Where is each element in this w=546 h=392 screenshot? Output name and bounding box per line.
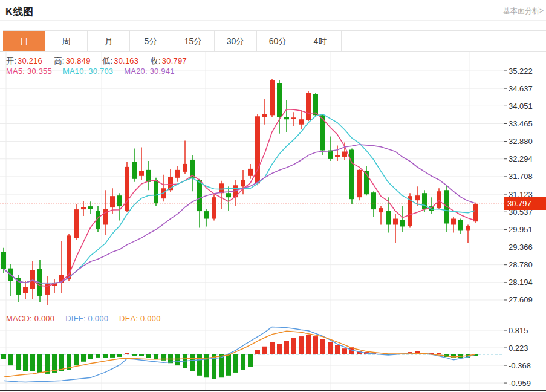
price-axis-label: 32.294 [509, 154, 533, 163]
macd-axis-label: -0.368 [509, 361, 531, 370]
tab-m5[interactable]: 5分 [130, 31, 172, 51]
macd-axis-label: -0.959 [509, 379, 531, 388]
open-label: 开: [6, 56, 16, 65]
macd-legend-item-dea: DEA: 0.000 [119, 314, 161, 323]
page-title: K线图 [5, 5, 33, 19]
ma-legend: MA5: 30.355MA10: 30.703MA20: 30.941 [6, 67, 186, 76]
price-axis-label: 34.637 [509, 84, 533, 93]
high-value: 30.849 [66, 56, 91, 65]
period-tabbar: 日周月5分15分30分60分4时 [3, 30, 546, 52]
macd-legend-item-diff: DIFF: 0.000 [65, 314, 108, 323]
macd-legend: MACD: 0.000DIFF: 0.000DEA: 0.000 [6, 314, 172, 323]
tab-week[interactable]: 周 [45, 31, 88, 51]
header-divider [0, 20, 546, 21]
tab-h4[interactable]: 4时 [299, 31, 342, 51]
ma-legend-item-ma5: MA5: 30.355 [6, 67, 52, 76]
price-axis-label: 28.780 [509, 260, 533, 269]
ma-legend-item-ma20: MA20: 30.941 [124, 67, 174, 76]
macd-legend-item-macd: MACD: 0.000 [6, 314, 54, 323]
tab-m60[interactable]: 60分 [257, 31, 299, 51]
macd-axis-label: 0.815 [509, 326, 528, 335]
open-value: 30.216 [18, 56, 42, 65]
price-axis-label: 34.051 [509, 102, 533, 111]
price-axis-label: 35.222 [509, 67, 533, 76]
tab-m15[interactable]: 15分 [172, 31, 215, 51]
price-axis-label: 32.880 [509, 137, 533, 146]
high-label: 高: [54, 56, 65, 65]
low-value: 30.163 [114, 56, 138, 65]
ohlc-legend: 开:30.216 高:30.849 低:30.163 收:30.797 [6, 56, 197, 67]
price-axis-label: 28.194 [509, 278, 533, 287]
low-label: 低: [102, 56, 112, 65]
close-value: 30.797 [162, 56, 187, 65]
price-axis-label: 29.366 [509, 243, 533, 252]
tab-day[interactable]: 日 [3, 31, 45, 51]
macd-axis-label: 0.223 [509, 344, 528, 353]
current-price-badge: 30.797 [504, 197, 546, 210]
ma-legend-item-ma10: MA10: 30.703 [63, 67, 113, 76]
price-axis-label: 27.609 [509, 295, 533, 304]
fundamental-analysis-link[interactable]: 基本面分析> [503, 6, 544, 16]
close-label: 收: [151, 56, 161, 65]
tab-month[interactable]: 月 [88, 31, 130, 51]
price-axis-label: 29.951 [509, 225, 533, 234]
price-axis-label: 33.465 [509, 119, 533, 128]
price-axis-label: 31.708 [509, 172, 533, 181]
tab-m30[interactable]: 30分 [215, 31, 257, 51]
